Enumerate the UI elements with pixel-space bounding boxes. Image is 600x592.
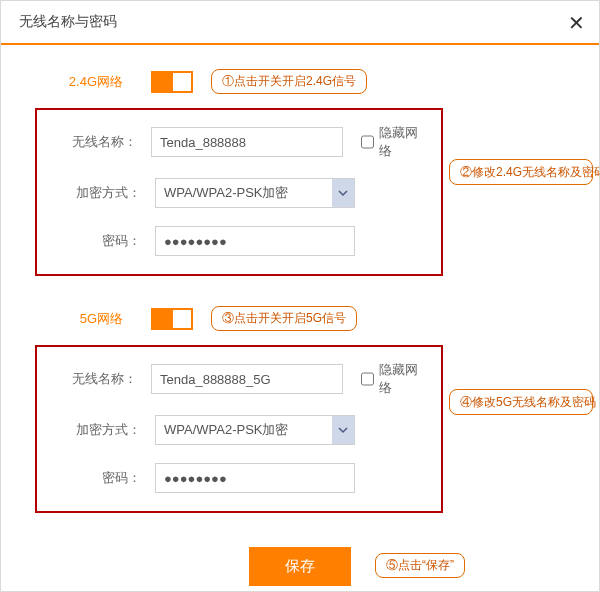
enc-5g-value: WPA/WPA2-PSK加密 [164,421,288,439]
toggle-knob [173,73,191,91]
callout-24g-side: ②修改2.4G无线名称及密码，选择加密方式 [449,159,593,185]
callout-5g-toggle: ③点击开关开启5G信号 [211,306,357,331]
hide-24g-input[interactable] [361,135,374,149]
toggle-5g[interactable] [151,308,193,330]
close-icon[interactable]: ✕ [568,11,585,35]
chevron-down-icon [332,416,354,444]
pwd-5g-input[interactable] [155,463,355,493]
section-5g-header: 5G网络 ③点击开关开启5G信号 [51,306,583,331]
hide-24g-checkbox[interactable]: 隐藏网络 [361,124,429,160]
enc-24g-value: WPA/WPA2-PSK加密 [164,184,288,202]
save-bar: 保存 ⑤点击“保存” [17,547,583,586]
dialog: 无线名称与密码 ✕ 2.4G网络 ①点击开关开启2.4G信号 无线名称： 隐藏网… [0,0,600,592]
dialog-title: 无线名称与密码 [19,13,117,31]
toggle-knob [173,310,191,328]
hide-24g-label: 隐藏网络 [379,124,429,160]
callout-save: ⑤点击“保存” [375,553,465,578]
pwd-5g-label: 密码： [49,469,141,487]
enc-24g-label: 加密方式： [49,184,141,202]
hide-5g-label: 隐藏网络 [379,361,429,397]
enc-5g-label: 加密方式： [49,421,141,439]
form-5g: 无线名称： 隐藏网络 加密方式： WPA/WPA2-PSK加密 密码： [35,345,443,513]
section-5g-title: 5G网络 [51,310,123,328]
form-24g: 无线名称： 隐藏网络 加密方式： WPA/WPA2-PSK加密 密码： [35,108,443,276]
chevron-down-icon [332,179,354,207]
enc-24g-select[interactable]: WPA/WPA2-PSK加密 [155,178,355,208]
toggle-24g[interactable] [151,71,193,93]
section-24g-header: 2.4G网络 ①点击开关开启2.4G信号 [51,69,583,94]
callout-24g-toggle: ①点击开关开启2.4G信号 [211,69,367,94]
dialog-content: 2.4G网络 ①点击开关开启2.4G信号 无线名称： 隐藏网络 加密方式： WP… [1,45,599,592]
save-button[interactable]: 保存 [249,547,351,586]
callout-5g-side: ④修改5G无线名称及密码，选择加密方式 [449,389,593,415]
ssid-24g-input[interactable] [151,127,343,157]
pwd-24g-input[interactable] [155,226,355,256]
pwd-24g-label: 密码： [49,232,141,250]
hide-5g-checkbox[interactable]: 隐藏网络 [361,361,429,397]
ssid-24g-label: 无线名称： [49,133,137,151]
dialog-header: 无线名称与密码 ✕ [1,1,599,45]
ssid-5g-input[interactable] [151,364,343,394]
enc-5g-select[interactable]: WPA/WPA2-PSK加密 [155,415,355,445]
ssid-5g-label: 无线名称： [49,370,137,388]
hide-5g-input[interactable] [361,372,374,386]
section-24g-title: 2.4G网络 [51,73,123,91]
